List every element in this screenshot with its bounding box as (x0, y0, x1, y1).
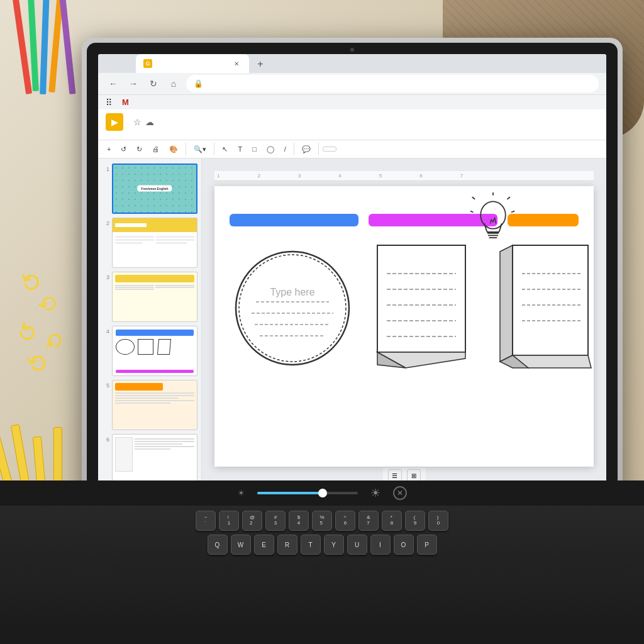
key-2[interactable]: @2 (242, 511, 262, 531)
key-i[interactable]: I (370, 535, 391, 555)
key-9[interactable]: (9 (405, 511, 425, 531)
menu-format[interactable] (146, 133, 153, 136)
key-q[interactable]: Q (208, 535, 228, 555)
transition-button[interactable] (369, 147, 382, 151)
slide-content: Type here (214, 186, 594, 467)
key-tilde[interactable]: ~` (196, 511, 216, 531)
address-bar-row: ← → ↻ ⌂ 🔒 (98, 73, 606, 94)
question-box-1[interactable] (230, 214, 358, 226)
slides-logo: ▶ (106, 113, 123, 131)
slide-num-2: 2 (102, 218, 109, 226)
key-row-q: Q W E R T Y U I O P (13, 535, 631, 555)
key-e[interactable]: E (254, 535, 274, 555)
slide-2-preview (112, 218, 197, 268)
circle-writing-area: Type here (230, 239, 355, 377)
toolbar-cursor-btn[interactable]: ↖ (218, 143, 231, 155)
question-box-3[interactable] (508, 214, 579, 226)
key-8[interactable]: *8 (382, 511, 402, 531)
notebook-2 (494, 239, 594, 377)
key-o[interactable]: O (394, 535, 414, 555)
star-icon[interactable]: ☆ (133, 117, 142, 127)
brightness-max-icon[interactable]: ☀ (370, 486, 380, 500)
brightness-slider[interactable] (257, 492, 358, 494)
toolbar-comment-btn[interactable]: 💬 (298, 143, 314, 155)
address-field[interactable]: 🔒 (186, 75, 599, 92)
power-btn[interactable]: ✕ (393, 486, 407, 500)
background-button[interactable] (323, 147, 336, 152)
new-tab-button[interactable]: + (252, 55, 269, 73)
key-6[interactable]: ^6 (335, 511, 355, 531)
menu-edit[interactable] (116, 133, 123, 136)
key-r[interactable]: R (277, 535, 297, 555)
keyboard-keys: ~` !1 @2 #3 $4 %5 ^6 &7 *8 (9 )0 Q W E R… (0, 506, 644, 560)
toolbar-add-btn[interactable]: + (103, 143, 114, 155)
slide-4-preview (112, 326, 197, 376)
menu-tools[interactable] (176, 133, 184, 136)
back-button[interactable]: ← (106, 76, 121, 91)
cloud-icon: ☁ (145, 117, 154, 127)
slide-thumbnail-6[interactable]: 6 (102, 434, 197, 484)
key-t[interactable]: T (301, 535, 321, 555)
menu-file[interactable] (106, 133, 113, 136)
layout-button[interactable] (339, 147, 352, 151)
slide-thumbnail-2[interactable]: 2 (102, 218, 197, 268)
toolbar-line-btn[interactable]: / (280, 143, 290, 155)
slide-canvas[interactable]: Type here (214, 186, 594, 467)
notebook-1 (368, 239, 481, 377)
toolbar-zoom-btn[interactable]: 🔍▾ (190, 143, 210, 155)
key-3[interactable]: #3 (265, 511, 286, 531)
key-0[interactable]: )0 (428, 511, 448, 531)
slides-toolbar: + ↺ ↻ 🖨 🎨 🔍▾ ↖ T □ ◯ / 💬 (98, 140, 606, 158)
main-canvas: 1 2 3 4 5 6 7 (202, 158, 606, 497)
key-y[interactable]: Y (324, 535, 344, 555)
brightness-bar: ☀ ☀ ✕ (0, 480, 644, 506)
toolbar-paint-btn[interactable]: 🎨 (165, 143, 182, 155)
toolbar-undo-btn[interactable]: ↺ (117, 143, 130, 155)
brightness-thumb (318, 489, 327, 497)
laptop-body: G ✕ + ← → ↻ ⌂ 🔒 (82, 38, 623, 528)
toolbar-separator-4 (318, 143, 319, 155)
svg-point-9 (236, 252, 349, 365)
slides-header: ▶ ☆ ☁ (98, 109, 606, 140)
menu-addons[interactable] (186, 133, 194, 136)
slide-thumbnail-4[interactable]: 4 (102, 326, 197, 376)
theme-button[interactable] (354, 147, 367, 151)
key-u[interactable]: U (347, 535, 367, 555)
slide-thumbnail-3[interactable]: 3 (102, 272, 197, 322)
key-5[interactable]: %5 (312, 511, 332, 531)
menu-insert[interactable] (136, 133, 143, 136)
forward-button[interactable]: → (126, 76, 141, 91)
menu-slide[interactable] (156, 133, 164, 136)
home-button[interactable]: ⌂ (166, 76, 181, 91)
tab-close-button[interactable]: ✕ (231, 58, 242, 69)
toolbar-redo-btn[interactable]: ↻ (133, 143, 146, 155)
toolbar-shapes-btn[interactable]: ◯ (263, 143, 278, 155)
gmail-bookmark[interactable]: M (122, 97, 131, 107)
key-4[interactable]: $4 (289, 511, 309, 531)
slide-num-3: 3 (102, 272, 109, 280)
apps-bookmark[interactable]: ⠿ (106, 97, 114, 108)
slide-thumbnail-5[interactable]: 5 (102, 380, 197, 430)
key-w[interactable]: W (231, 535, 251, 555)
slide-num-6: 6 (102, 434, 109, 443)
svg-rect-22 (513, 245, 588, 355)
toolbar-textbox-btn[interactable]: T (234, 143, 246, 155)
questions-row (230, 214, 579, 226)
refresh-button[interactable]: ↻ (146, 76, 161, 91)
menu-help[interactable] (196, 133, 204, 136)
slide-thumbnail-1[interactable]: 1 Freshmen English (102, 164, 197, 214)
slides-application: ▶ ☆ ☁ (98, 109, 606, 497)
active-tab[interactable]: G ✕ (136, 54, 249, 73)
pencils-decoration (13, 0, 88, 101)
key-1[interactable]: !1 (219, 511, 239, 531)
key-p[interactable]: P (417, 535, 437, 555)
toolbar-image-btn[interactable]: □ (248, 143, 260, 155)
menu-arrange[interactable] (166, 133, 174, 136)
brightness-min-icon[interactable]: ☀ (238, 489, 245, 497)
menu-view[interactable] (126, 133, 133, 136)
key-7[interactable]: &7 (358, 511, 379, 531)
slide-panel: 1 Freshmen English 2 (98, 158, 202, 497)
horizontal-ruler: 1 2 3 4 5 6 7 (214, 171, 594, 181)
toolbar-print-btn[interactable]: 🖨 (148, 143, 163, 155)
svg-line-2 (511, 211, 514, 213)
